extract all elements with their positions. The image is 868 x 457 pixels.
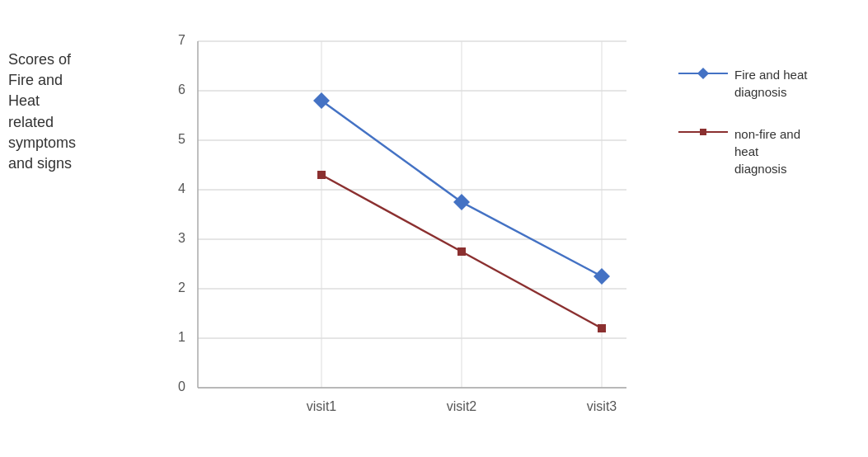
x-tick-visit3: visit3 <box>587 399 617 413</box>
y-tick-3: 3 <box>178 231 185 245</box>
series2-point-1 <box>317 171 326 179</box>
legend-dash-series2-2 <box>703 131 728 133</box>
y-tick-6: 6 <box>178 82 185 97</box>
y-tick-7: 7 <box>178 33 185 47</box>
y-axis-title-line1: Scores ofFire andHeatrelatedsymptomsand … <box>8 49 132 174</box>
legend-line-series2 <box>678 129 728 135</box>
series1-point-3 <box>594 268 610 285</box>
legend-diamond-series1 <box>697 68 709 79</box>
legend-label-series1: Fire and heatdiagnosis <box>734 66 807 101</box>
y-tick-2: 2 <box>178 280 185 294</box>
legend-label-series2: non-fire andheatdiagnosis <box>734 125 800 177</box>
chart-svg: 0 1 2 3 4 5 6 7 visit1 visit2 visit3 <box>148 25 692 421</box>
y-axis-label: Scores ofFire andHeatrelatedsymptomsand … <box>8 49 132 174</box>
y-tick-0: 0 <box>178 379 185 393</box>
chart-container: Scores ofFire andHeatrelatedsymptomsand … <box>0 0 868 457</box>
series1-point-2 <box>453 194 470 210</box>
y-tick-5: 5 <box>178 132 185 146</box>
y-tick-1: 1 <box>178 330 185 344</box>
legend-item-series1: Fire and heatdiagnosis <box>678 66 843 101</box>
x-tick-visit2: visit2 <box>447 399 477 413</box>
legend-line-series1 <box>678 69 728 78</box>
series1-point-1 <box>313 92 330 109</box>
series2-point-2 <box>457 247 466 256</box>
x-tick-visit1: visit1 <box>307 399 337 413</box>
legend-item-series2: non-fire andheatdiagnosis <box>678 125 843 177</box>
chart-legend: Fire and heatdiagnosis non-fire andheatd… <box>678 66 843 202</box>
series2-point-3 <box>598 324 606 332</box>
y-tick-4: 4 <box>178 181 185 196</box>
